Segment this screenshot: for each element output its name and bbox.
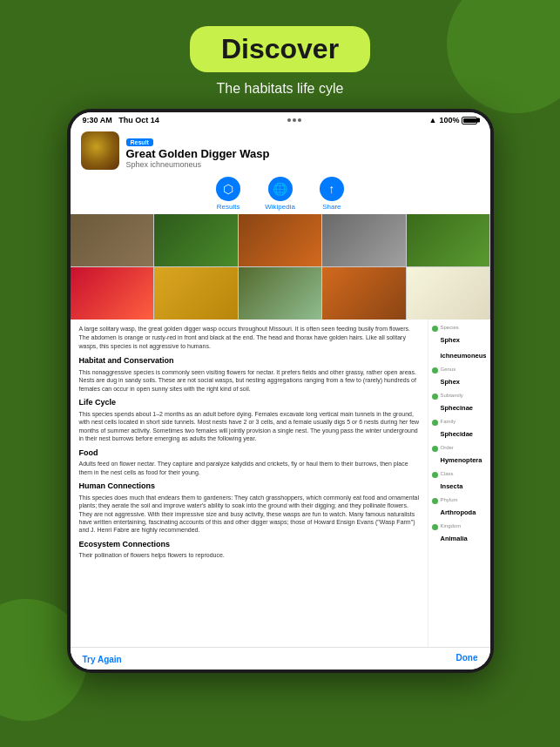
taxon-dot-family [432, 420, 438, 426]
taxon-name-family: Sphecidae [441, 430, 474, 438]
taxon-dot-order [432, 446, 438, 452]
species-image-inner [81, 131, 119, 170]
taxon-info-phylum: Phylum Arthropoda [441, 497, 487, 518]
wikipedia-button[interactable]: 🌐 Wikipedia [265, 177, 295, 211]
intro-paragraph: A large solitary wasp, the great golden … [79, 325, 421, 350]
header-subtitle: The habitats life cyle [217, 81, 344, 97]
results-icon: ⬡ [216, 177, 240, 201]
taxon-rank-kingdom: Kingdom [441, 523, 487, 528]
section-heading-food: Food [79, 448, 421, 459]
taxon-species: Species Sphex ichneumoneus [432, 325, 487, 361]
taxon-name-class: Insecta [441, 482, 463, 490]
battery-icon [462, 117, 477, 124]
photo-cell-8 [239, 267, 322, 320]
photo-grid [71, 214, 490, 320]
taxon-rank-class: Class [441, 471, 487, 476]
taxon-class: Class Insecta [432, 471, 487, 492]
done-button[interactable]: Done [456, 653, 478, 663]
species-common-name: Great Golden Digger Wasp [126, 148, 480, 160]
results-button[interactable]: ⬡ Results [216, 177, 240, 211]
taxon-name-phylum: Arthropoda [441, 508, 476, 516]
result-header: Result Great Golden Digger Wasp Sphex ic… [71, 126, 490, 173]
camera-dot [287, 118, 291, 122]
photo-cell-7 [154, 267, 238, 320]
photo-cell-10 [407, 267, 490, 320]
taxon-genus: Genus Sphex [432, 367, 487, 387]
status-time-date: 9:30 AM Thu Oct 14 [83, 116, 159, 124]
taxon-dot-subfamily [432, 394, 438, 400]
taxon-phylum: Phylum Arthropoda [432, 497, 487, 518]
taxon-name-species: Sphex ichneumoneus [441, 336, 487, 360]
taxon-dot-genus [432, 367, 438, 374]
taxon-name-subfamily: Sphecinae [441, 404, 474, 412]
taxon-dot-species [432, 326, 438, 332]
content-area: A large solitary wasp, the great golden … [71, 320, 490, 647]
wifi-icon: ▲ [429, 116, 437, 124]
wikipedia-label: Wikipedia [265, 203, 295, 211]
share-label: Share [322, 203, 341, 211]
ipad-screen: 9:30 AM Thu Oct 14 ▲ 100% [71, 112, 490, 670]
section-heading-habitat: Habitat and Conservation [79, 355, 421, 367]
taxon-dot-kingdom [432, 524, 438, 530]
result-badge: Result [126, 138, 153, 146]
status-right: ▲ 100% [429, 116, 478, 124]
main-text-scroll[interactable]: A large solitary wasp, the great golden … [71, 320, 428, 647]
species-image [81, 131, 119, 170]
taxon-family: Family Sphecidae [432, 419, 487, 440]
section-heading-lifecycle: Life Cycle [79, 397, 421, 408]
section-text-human: This species does much that endears them… [79, 494, 421, 535]
taxon-kingdom: Kingdom Animalia [432, 523, 487, 544]
bottom-bar: Try Again Done [71, 647, 490, 670]
taxon-dot-class [432, 472, 438, 478]
taxon-order: Order Hymenoptera [432, 445, 487, 466]
section-heading-human: Human Connections [79, 481, 421, 492]
taxon-info-class: Class Insecta [441, 471, 487, 492]
camera-dot [298, 118, 301, 122]
wikipedia-icon: 🌐 [268, 177, 293, 201]
taxon-info-kingdom: Kingdom Animalia [441, 523, 487, 544]
photo-cell-1 [71, 214, 154, 266]
section-text-food: Adults feed on flower nectar. They captu… [79, 460, 421, 476]
photo-cell-9 [322, 267, 406, 320]
taxon-rank-genus: Genus [441, 367, 487, 372]
ipad-frame: 9:30 AM Thu Oct 14 ▲ 100% [67, 109, 494, 673]
share-button[interactable]: ↑ Share [320, 177, 344, 211]
result-info: Result Great Golden Digger Wasp Sphex ic… [126, 132, 480, 169]
taxon-rank-subfamily: Subtamily [441, 393, 487, 398]
discover-title: Discover [221, 33, 339, 64]
share-icon: ↑ [320, 177, 344, 201]
camera-dot [293, 118, 296, 122]
section-text-lifecycle: This species spends about 1–2 months as … [79, 410, 421, 443]
photo-cell-2 [154, 214, 238, 266]
species-latin-name: Sphex ichneumoneus [126, 160, 480, 169]
status-bar: 9:30 AM Thu Oct 14 ▲ 100% [71, 112, 490, 126]
taxon-rank-phylum: Phylum [441, 497, 487, 502]
section-heading-ecosystem: Ecosystem Connections [79, 539, 421, 550]
taxonomy-sidebar: Species Sphex ichneumoneus Genus Sphex S… [428, 320, 490, 647]
photo-cell-3 [239, 214, 322, 266]
taxon-name-order: Hymenoptera [441, 456, 482, 464]
photo-cell-5 [407, 214, 490, 266]
photo-cell-4 [322, 214, 406, 266]
photo-cell-6 [71, 267, 154, 320]
section-text-habitat: This nonaggressive species is commonly s… [79, 368, 421, 393]
taxon-info-family: Family Sphecidae [441, 419, 487, 440]
action-buttons: ⬡ Results 🌐 Wikipedia ↑ Share [71, 173, 490, 214]
battery-percent: 100% [439, 116, 459, 124]
section-text-ecosystem: Their pollination of flowers helps flowe… [79, 551, 421, 559]
taxon-subfamily: Subtamily Sphecinae [432, 393, 487, 414]
taxon-rank-order: Order [441, 445, 487, 450]
taxon-rank-species: Species [441, 325, 487, 330]
taxon-name-kingdom: Animalia [441, 535, 468, 542]
taxon-info-genus: Genus Sphex [441, 367, 487, 387]
taxon-info-order: Order Hymenoptera [441, 445, 487, 466]
taxon-dot-phylum [432, 498, 438, 504]
taxon-rank-family: Family [441, 419, 487, 424]
taxon-info-subfamily: Subtamily Sphecinae [441, 393, 487, 414]
results-label: Results [217, 203, 240, 211]
try-again-button[interactable]: Try Again [83, 655, 122, 664]
camera-dots [287, 118, 301, 122]
battery-fill [463, 118, 476, 123]
discover-badge: Discover [190, 26, 370, 72]
taxon-info-species: Species Sphex ichneumoneus [441, 325, 487, 361]
